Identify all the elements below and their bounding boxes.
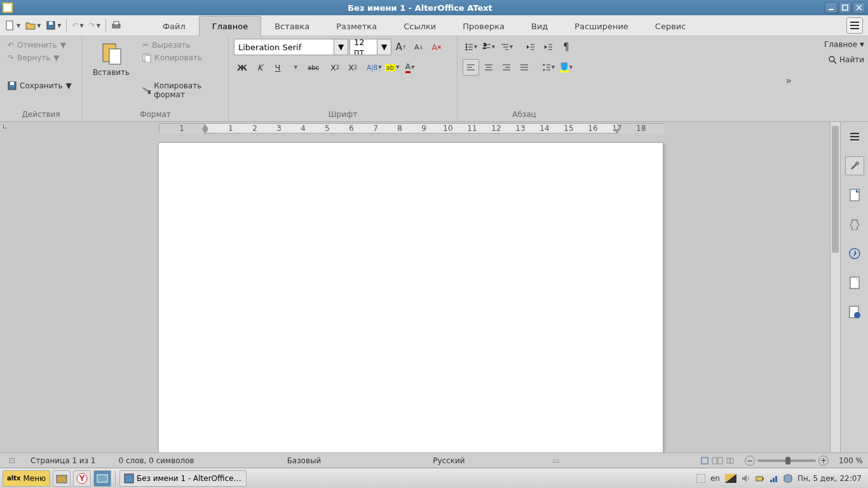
tab-extension[interactable]: Расширение [561,16,642,36]
paragraph-marks-button[interactable]: ¶ [558,39,574,55]
align-center-button[interactable] [480,59,497,76]
status-lang[interactable]: Русский [421,456,476,465]
new-doc-button[interactable]: ▼ [3,18,23,33]
redo-button[interactable]: ↷▼ [86,18,103,33]
copy-button[interactable]: Копировать [140,51,223,64]
insert-mode-icon[interactable]: ▭ [553,456,560,465]
underline-button[interactable]: Ч [269,59,286,76]
tab-review[interactable]: Проверка [449,16,518,36]
redo-ribbon-button[interactable]: ↷ Вернуть ▼ [5,51,77,64]
align-justify-button[interactable] [516,59,532,76]
chevron-down-icon[interactable]: ▼ [377,39,391,55]
save-indicator-icon[interactable]: ⊡ [5,456,19,465]
highlight-button[interactable]: ab▼ [384,59,400,76]
save-ribbon-button[interactable]: Сохранить ▼ [5,79,77,92]
clear-format-button[interactable]: A✖ [428,39,445,55]
close-button[interactable] [853,2,865,13]
navigator-icon[interactable] [845,244,864,263]
style-icon[interactable] [845,273,864,292]
zoom-value[interactable]: 100 % [831,456,863,465]
font-size-combo[interactable]: 12 пт ▼ [349,39,391,55]
outline-list-button[interactable]: ▼ [498,39,515,55]
scrollbar-thumb[interactable] [832,126,839,253]
dec-indent-button[interactable] [522,39,539,55]
tray-disk-icon[interactable] [783,474,792,483]
svg-rect-87 [702,458,708,464]
zoom-slider[interactable] [757,459,816,462]
keyboard-layout[interactable]: en [710,474,720,483]
tab-main[interactable]: Главное [199,16,261,36]
paste-button[interactable]: Вставить [88,39,135,109]
cut-button[interactable]: ✂ Вырезать [140,39,223,51]
undo-button[interactable]: ↶▼ [69,18,86,33]
gallery-icon[interactable] [845,215,864,234]
clone-format-button[interactable]: Копировать формат [140,79,223,101]
status-style[interactable]: Базовый [276,456,333,465]
chevron-down-icon[interactable]: ▼ [334,39,348,55]
zoom-in-button[interactable]: + [818,456,829,466]
shading-button[interactable]: 🪣▼ [558,59,574,76]
char-spacing-button[interactable]: A|B▼ [366,59,383,76]
page-icon[interactable] [845,186,864,205]
taskbar-files-icon[interactable] [53,470,71,487]
align-right-button[interactable] [498,59,515,76]
menu-button[interactable] [846,17,863,34]
tab-layout[interactable]: Разметка [323,16,390,36]
bullet-list-button[interactable]: ▼ [463,39,479,55]
strike-button[interactable]: abc [305,59,322,76]
ribbon-expand-icon[interactable]: » [785,74,792,86]
tray-clock[interactable]: Пн, 5 дек, 22:07 [797,474,862,483]
view-single-icon[interactable] [700,456,709,465]
start-menu-button[interactable]: altx Меню [3,470,50,487]
italic-button[interactable]: K [252,59,268,76]
zoom-out-button[interactable]: − [745,456,755,466]
sidebar-menu-icon[interactable] [845,127,864,146]
grow-font-button[interactable]: A↑ [393,39,409,55]
svg-rect-8 [49,22,53,25]
main-dropdown[interactable]: Главное ▼ [824,40,864,49]
inc-indent-button[interactable] [540,39,557,55]
find-button[interactable]: Найти [828,55,864,64]
underline-more-button[interactable]: ▼ [287,59,304,76]
print-button[interactable] [109,18,124,33]
superscript-button[interactable]: X2 [344,59,361,76]
view-book-icon[interactable] [726,456,735,465]
tray-volume-icon[interactable] [742,474,750,483]
document-page[interactable] [158,142,663,452]
font-color-button[interactable]: A▼ [402,59,418,76]
tray-battery-icon[interactable] [756,474,764,483]
svg-rect-3 [843,5,848,10]
tab-service[interactable]: Сервис [642,16,700,36]
subscript-button[interactable]: X2 [327,59,343,76]
open-button[interactable]: ▼ [23,18,43,33]
tab-insert[interactable]: Вставка [261,16,323,36]
tray-app-icon[interactable] [696,474,705,483]
minimize-button[interactable] [825,2,837,13]
svg-text:4: 4 [301,124,306,133]
tab-view[interactable]: Вид [518,16,561,36]
bold-button[interactable]: Ж [234,59,250,76]
number-list-button[interactable]: 12▼ [480,39,497,55]
maximize-button[interactable] [839,2,851,13]
taskbar-desktop-icon[interactable] [93,470,111,487]
shrink-font-button[interactable]: A↓ [410,39,427,55]
line-spacing-button[interactable]: ▼ [540,59,557,76]
taskbar-browser-icon[interactable]: Y [73,470,91,487]
font-name-combo[interactable]: Liberation Serif ▼ [234,39,348,55]
tray-display-icon[interactable] [725,474,736,483]
align-left-button[interactable] [463,59,479,76]
undo-ribbon-button[interactable]: ↶ Отменить ▼ [5,39,77,51]
ribbon-tabs: Файл Главное Вставка Разметка Ссылки Про… [149,15,700,36]
vertical-scrollbar[interactable] [830,122,840,468]
properties-icon[interactable] [845,156,864,175]
tab-links[interactable]: Ссылки [390,16,449,36]
save-button[interactable]: ▼ [43,18,64,33]
taskbar-app-button[interactable]: Без имени 1 - AlterOffice ... [119,470,247,487]
tray-network-icon[interactable] [770,474,778,483]
status-words[interactable]: 0 слов, 0 символов [107,456,205,465]
status-page[interactable]: Страница 1 из 1 [19,456,107,465]
view-multi-icon[interactable] [712,456,723,465]
horizontal-ruler[interactable]: 1123456789101112131415161718 [0,122,868,135]
tab-file[interactable]: Файл [149,16,199,36]
manage-changes-icon[interactable] [845,302,864,322]
